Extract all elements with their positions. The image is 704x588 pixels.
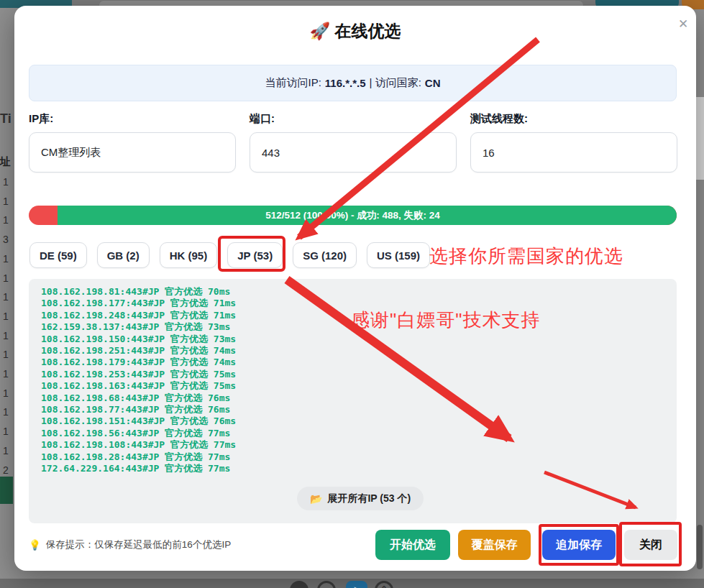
bulb-icon: 💡 bbox=[29, 539, 41, 551]
background-scrollbar-thumb bbox=[697, 525, 703, 569]
expand-all-ips-label: 展开所有IP (53 个) bbox=[327, 492, 411, 505]
background-scrollbar-track bbox=[695, 97, 704, 180]
overwrite-save-button[interactable]: 覆盖保存 bbox=[458, 530, 531, 560]
screen: Ti 址 1 1 1 3 1 1 1 1 1 1 1 1 1 1 1 2 ➤ ⌃… bbox=[0, 0, 704, 588]
threads-label: 测试线程数: bbox=[470, 112, 528, 126]
country-button-hk[interactable]: HK (95) bbox=[160, 242, 218, 268]
page-title: 🚀 在线优选 bbox=[14, 20, 696, 42]
ip-results-list: 108.162.198.81:443#JP 官方优选 70ms 108.162.… bbox=[41, 286, 236, 475]
country-button-sg[interactable]: SG (120) bbox=[293, 242, 357, 268]
background-green-cell bbox=[0, 477, 13, 504]
country-label: | 访问国家: bbox=[370, 76, 421, 90]
background-column-header: 址 bbox=[0, 155, 14, 169]
progress-text: 512/512 (100.00%) - 成功: 488, 失败: 24 bbox=[29, 206, 677, 225]
rocket-icon: 🚀 bbox=[309, 22, 330, 40]
background-ip-table-digits: 1 1 1 3 1 1 1 1 1 1 1 1 1 1 1 2 bbox=[3, 173, 14, 479]
ip-library-select[interactable]: CM整理列表 bbox=[29, 132, 236, 173]
annotation-box-jp bbox=[218, 236, 285, 272]
ip-value: 116.*.*.5 bbox=[325, 77, 366, 89]
ip-library-label: IP库: bbox=[29, 112, 53, 126]
telegram-icon: ➤ bbox=[346, 581, 367, 588]
country-button-gb[interactable]: GB (2) bbox=[97, 242, 150, 268]
folder-icon: 📂 bbox=[310, 493, 322, 505]
annotation-thanks: 感谢"白嫖哥"技术支持 bbox=[351, 308, 540, 333]
current-ip-banner: 当前访问IP: 116.*.*.5 | 访问国家: CN bbox=[29, 65, 677, 101]
annotation-box-close bbox=[619, 522, 682, 566]
ip-label: 当前访问IP: bbox=[265, 76, 321, 90]
annotation-box-append-save bbox=[539, 524, 619, 566]
page-title-text: 在线优选 bbox=[335, 22, 401, 40]
save-tip-text: 保存提示：仅保存延迟最低的前16个优选IP bbox=[46, 538, 231, 551]
port-input[interactable]: 443 bbox=[250, 132, 457, 173]
country-button-us[interactable]: US (159) bbox=[367, 242, 430, 268]
start-select-button[interactable]: 开始优选 bbox=[375, 530, 450, 560]
progress-bar: 512/512 (100.00%) - 成功: 488, 失败: 24 bbox=[29, 206, 677, 225]
country-value: CN bbox=[425, 77, 441, 89]
background-left-heading: Ti bbox=[0, 111, 14, 127]
expand-all-ips-button[interactable]: 📂 展开所有IP (53 个) bbox=[297, 487, 424, 510]
threads-input[interactable]: 16 bbox=[470, 132, 677, 173]
port-label: 端口: bbox=[250, 112, 275, 126]
annotation-pick-country: 选择你所需国家的优选 bbox=[429, 244, 623, 269]
country-button-de[interactable]: DE (59) bbox=[29, 242, 87, 268]
save-tip: 💡 保存提示：仅保存延迟最低的前16个优选IP bbox=[29, 538, 231, 551]
